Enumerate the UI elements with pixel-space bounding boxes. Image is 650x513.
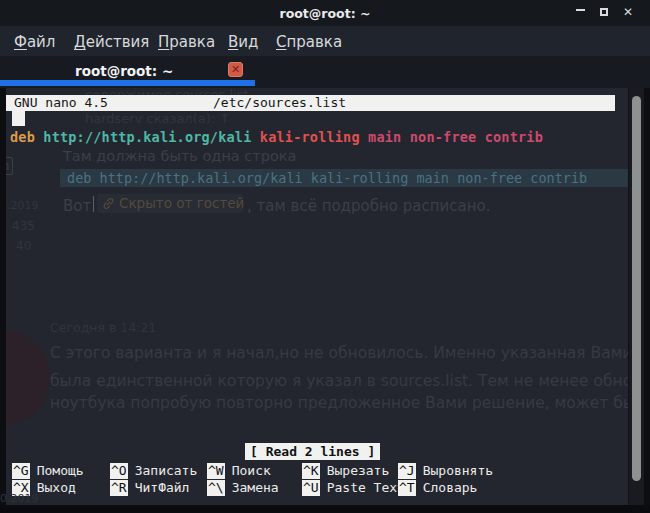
window-titlebar[interactable]: root@root: ~ ✕ — [0, 0, 650, 26]
faded-post-count: 435 — [12, 219, 35, 233]
minimize-icon — [576, 9, 585, 11]
component-main: main — [368, 129, 401, 145]
faded-quote-author: hardserv сказал(а): ↑ — [85, 111, 230, 126]
shortcut-paste[interactable]: ^UPaste Text — [302, 480, 405, 496]
faded-hint-line: Там должна быть одна строка — [63, 148, 297, 164]
menu-actions[interactable]: Действия — [74, 33, 149, 51]
terminal-window: root@root: ~ ✕ ОРУМ ВОПРОС-ОТВЕТ ВИДЕО ▾… — [0, 0, 650, 513]
nano-file-path: /etc/sources.list — [213, 95, 346, 111]
shortcut-cut[interactable]: ^KВырезать — [302, 463, 389, 479]
faded-like-count: 40 — [16, 239, 31, 253]
maximize-button[interactable] — [596, 5, 612, 19]
faded-paragraph-line: ноутбука попробую повторно предложенное … — [50, 394, 628, 412]
faded-vot-text: Вот — [63, 197, 91, 215]
key-badge: ^O — [110, 463, 128, 479]
faded-paragraph-line: была единственной которую я указал в sou… — [50, 372, 628, 390]
menu-view[interactable]: Вид — [228, 33, 258, 51]
faded-bottom-fragment: 0.2019 — [0, 492, 39, 505]
key-badge: ^G — [12, 463, 30, 479]
shortcut-writeout[interactable]: ^OЗаписать — [110, 463, 197, 479]
tab-terminal[interactable]: root@root: ~ — [75, 63, 173, 79]
faded-hidden-link: Скрыто от гостей — [97, 194, 243, 213]
window-title: root@root: ~ — [0, 6, 650, 21]
menu-file[interactable]: Файл — [14, 33, 55, 51]
key-badge: ^\ — [207, 480, 225, 496]
close-icon: ✕ — [623, 5, 633, 19]
shortcut-justify[interactable]: ^JВыровнять — [398, 463, 493, 479]
window-frame-left — [0, 88, 6, 505]
text-cursor — [12, 111, 25, 126]
component-nonfree: non-free — [410, 129, 477, 145]
deb-keyword: deb — [10, 129, 35, 145]
tab-close-icon: ✕ — [231, 63, 240, 76]
nano-titlebar: GNU nano 4.5 /etc/sources.list — [6, 95, 615, 111]
shortcut-replace[interactable]: ^\Замена — [207, 480, 279, 496]
key-badge: ^R — [110, 480, 128, 496]
faded-text-caret — [93, 196, 94, 212]
shortcut-help[interactable]: ^GПомощь — [12, 463, 84, 479]
maximize-icon — [600, 8, 608, 16]
shortcut-search[interactable]: ^WПоиск — [207, 463, 271, 479]
menu-edit[interactable]: Правка — [158, 33, 215, 51]
active-tab-indicator — [0, 80, 255, 86]
key-badge: ^W — [207, 463, 225, 479]
shortcut-readfile[interactable]: ^RЧитФайл — [110, 480, 189, 496]
faded-paragraph-line: С этого варианта и я начал,но не обновил… — [50, 344, 628, 362]
sources-list-line[interactable]: deb http://http.kali.org/kali kali-rolli… — [10, 129, 543, 145]
menu-bar: ОРУМ ВОПРОС-ОТВЕТ ВИДЕО ▾ БИБЛИОТЕКА ▾ З… — [0, 26, 650, 56]
window-frame-bottom — [0, 505, 650, 513]
minimize-button[interactable] — [572, 1, 588, 15]
faded-timestamp: Сегодня в 14:21 — [50, 320, 156, 335]
component-contrib: contrib — [485, 129, 543, 145]
window-frame-right — [644, 88, 650, 505]
tab-close-button[interactable]: ✕ — [228, 62, 243, 77]
repo-url: http://http.kali.org/kali — [43, 129, 251, 145]
key-badge: ^U — [302, 480, 320, 496]
nano-version-label: GNU nano 4.5 — [14, 95, 108, 111]
distro-name: kali-rolling — [260, 129, 360, 145]
faded-selected-code: deb http://http.kali.org/kali kali-rolli… — [60, 169, 642, 187]
link-icon — [102, 197, 115, 210]
faded-after-link: , там всё подробно расписано. — [247, 197, 490, 215]
key-badge: ^J — [398, 463, 416, 479]
close-button[interactable]: ✕ — [620, 5, 636, 19]
tab-bar: hardserv сказал(а): ↑ root@root: ~ ✕ — [0, 56, 650, 88]
nano-statusbar: [ Read 2 lines ] — [245, 443, 380, 460]
key-badge: ^K — [302, 463, 320, 479]
shortcut-speller[interactable]: ^TСловарь — [398, 480, 477, 496]
scrollbar-thumb[interactable] — [632, 96, 641, 481]
scrollbar[interactable] — [628, 88, 644, 505]
menu-help[interactable]: Справка — [276, 33, 342, 51]
key-badge: ^T — [398, 480, 416, 496]
